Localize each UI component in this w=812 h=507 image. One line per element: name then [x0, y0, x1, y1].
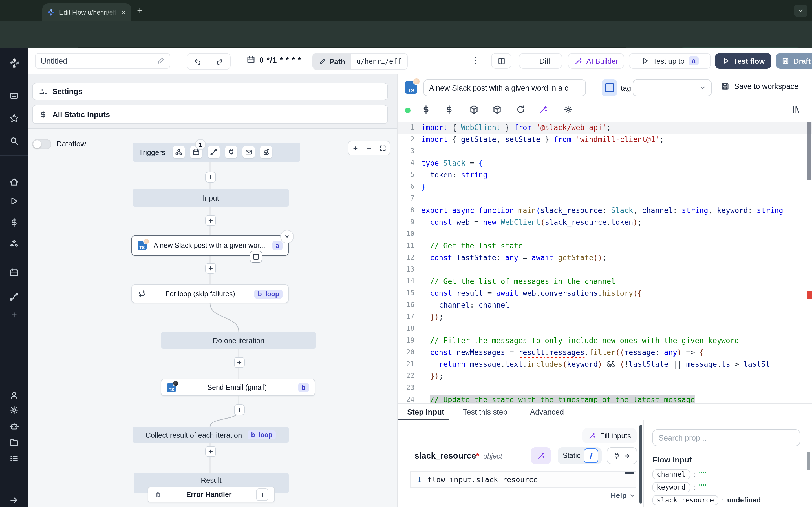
add-step-button[interactable] — [205, 446, 216, 457]
sidebar-item-search[interactable] — [9, 136, 19, 146]
sidebar-item-runs[interactable] — [9, 196, 19, 206]
delete-step-icon[interactable]: ✕ — [280, 230, 294, 243]
package-icon[interactable] — [492, 105, 502, 115]
poll-watch-trigger-icon[interactable] — [260, 146, 272, 158]
error-handler-node[interactable]: Error Handler — [148, 487, 274, 503]
save-to-workspace-button[interactable]: Save to workspace — [721, 82, 799, 91]
fit-view-button[interactable] — [376, 145, 390, 152]
route-trigger-icon[interactable] — [207, 146, 220, 158]
for-loop-node[interactable]: For loop (skip failures) b_loop — [132, 284, 289, 303]
dollar-vars-icon[interactable] — [421, 105, 432, 115]
settings-row[interactable]: Settings — [32, 83, 388, 100]
add-step-button[interactable] — [234, 357, 245, 368]
code-editor[interactable]: 1import { WebClient } from '@slack/web-a… — [398, 122, 812, 403]
all-static-inputs-row[interactable]: All Static Inputs — [32, 105, 388, 124]
tab-test-this-step[interactable]: Test this step — [463, 408, 507, 416]
browser-toolbar: app.windmill.dev/flows/edit/u/henri/effe… — [0, 21, 812, 48]
search-prop-input[interactable] — [652, 429, 800, 446]
send-email-node[interactable]: TS Send Email (gmail) b — [161, 379, 315, 396]
tag-select[interactable] — [633, 79, 712, 96]
refresh-icon[interactable] — [516, 105, 526, 115]
schedule-cron[interactable]: 0 */1 * * * * — [246, 55, 301, 64]
sidebar-item-schedules[interactable] — [9, 268, 19, 278]
slack-step-node[interactable]: TS A new Slack post with a given wor... … — [132, 235, 289, 256]
websocket-plug-trigger-icon[interactable] — [225, 146, 238, 158]
sidebar-item-user[interactable] — [9, 390, 19, 400]
connect-input-button[interactable] — [607, 447, 637, 464]
sidebar-item-folders[interactable] — [9, 437, 19, 447]
sidebar-item-logs[interactable] — [9, 453, 19, 464]
tab-close-icon[interactable]: ✕ — [121, 9, 126, 16]
ai-suggest-button[interactable] — [530, 447, 551, 464]
javascript-fn-toggle[interactable]: f — [584, 448, 599, 463]
more-kebab-icon[interactable]: ⋮ — [471, 55, 480, 65]
add-step-button[interactable] — [205, 172, 216, 182]
sidebar-item-resources[interactable] — [9, 239, 19, 249]
step-summary-input[interactable] — [423, 79, 586, 96]
webhook-trigger-icon[interactable] — [172, 146, 185, 158]
expression-value: flow_input.slack_resource — [427, 475, 538, 484]
package-icon[interactable] — [469, 105, 479, 115]
early-stop-icon[interactable] — [250, 251, 262, 263]
add-step-button[interactable] — [205, 263, 216, 274]
sidebar-item-favorites[interactable] — [9, 113, 19, 123]
flow-input-node[interactable]: Input — [133, 189, 289, 207]
do-one-iteration-node[interactable]: Do one iteration — [161, 332, 316, 349]
help-link[interactable]: Help — [611, 491, 636, 500]
gear-icon[interactable] — [563, 105, 573, 115]
undo-button[interactable] — [187, 54, 208, 69]
prop-row[interactable]: keyword:"" — [652, 482, 707, 493]
new-tab-button[interactable]: + — [137, 6, 143, 15]
add-step-button[interactable] — [234, 404, 245, 415]
sidebar-item-variables[interactable] — [9, 217, 19, 228]
expression-line-number: 1 — [410, 475, 427, 484]
browser-tab[interactable]: Edit Flow u/henri/effective_un ✕ — [42, 3, 132, 21]
add-error-handler-icon[interactable] — [256, 489, 268, 501]
canvas-zoom-controls: + − — [348, 141, 390, 156]
flow-name-input[interactable]: Untitled — [35, 53, 170, 69]
sidebar-collapse-arrow-icon[interactable] — [9, 495, 19, 505]
test-flow-button[interactable]: Test flow — [715, 53, 771, 69]
dataflow-toggle[interactable] — [32, 139, 51, 149]
flow-canvas[interactable]: Dataflow + − Triggers 1 — [28, 128, 397, 507]
test-up-to-button[interactable]: Test up to a — [629, 53, 711, 69]
dollar-resources-icon[interactable] — [444, 105, 455, 115]
schedule-trigger-icon[interactable]: 1 — [190, 146, 202, 158]
script-box-toggle[interactable] — [602, 79, 617, 96]
sidebar-item-workers[interactable] — [9, 421, 19, 432]
step-editor-panel: TS tag Save to workspace — [397, 74, 812, 507]
diff-button[interactable]: ± Diff — [519, 53, 562, 69]
ai-builder-button[interactable]: AI Builder — [568, 53, 624, 69]
zoom-in-button[interactable]: + — [349, 144, 362, 153]
section-scrollbar-thumb[interactable] — [640, 425, 642, 504]
windmill-logo[interactable] — [9, 57, 19, 68]
collect-id-badge: b_loop — [248, 431, 276, 439]
library-icon[interactable] — [791, 105, 801, 115]
sidebar-item-apps[interactable] — [9, 91, 19, 101]
collect-result-node[interactable]: Collect result of each iteration b_loop — [133, 427, 289, 443]
redo-button[interactable] — [208, 54, 230, 69]
tab-step-input[interactable]: Step Input — [407, 408, 444, 416]
props-scrollbar-thumb[interactable] — [807, 452, 810, 470]
email-trigger-icon[interactable] — [243, 146, 255, 158]
add-step-button[interactable] — [205, 215, 216, 226]
prop-row[interactable]: channel:"" — [652, 469, 707, 480]
edit-pencil-icon[interactable] — [157, 57, 165, 65]
path-group[interactable]: Path u/henri/eff — [312, 53, 407, 70]
tab-search-chevron-icon[interactable] — [794, 4, 808, 17]
tab-advanced[interactable]: Advanced — [530, 408, 564, 416]
sidebar-item-routes[interactable] — [9, 292, 19, 302]
fill-inputs-button[interactable]: Fill inputs — [582, 428, 637, 443]
sidebar-item-home[interactable] — [9, 177, 19, 187]
magic-wand-icon[interactable] — [539, 105, 549, 115]
docs-book-button[interactable] — [491, 53, 511, 69]
prop-row[interactable]: slack_resource:undefined — [652, 495, 761, 506]
triggers-bar[interactable]: Triggers 1 — [133, 143, 300, 162]
zoom-out-button[interactable]: − — [362, 144, 376, 153]
sidebar-item-settings[interactable] — [9, 405, 19, 415]
code-scrollbar-thumb[interactable] — [808, 122, 811, 180]
sidebar-item-add[interactable] — [9, 310, 19, 320]
static-js-toggle[interactable]: Static f — [558, 447, 602, 464]
expression-input[interactable]: 1 flow_input.slack_resource — [410, 471, 636, 488]
draft-save-button[interactable]: Draft — [776, 53, 812, 69]
